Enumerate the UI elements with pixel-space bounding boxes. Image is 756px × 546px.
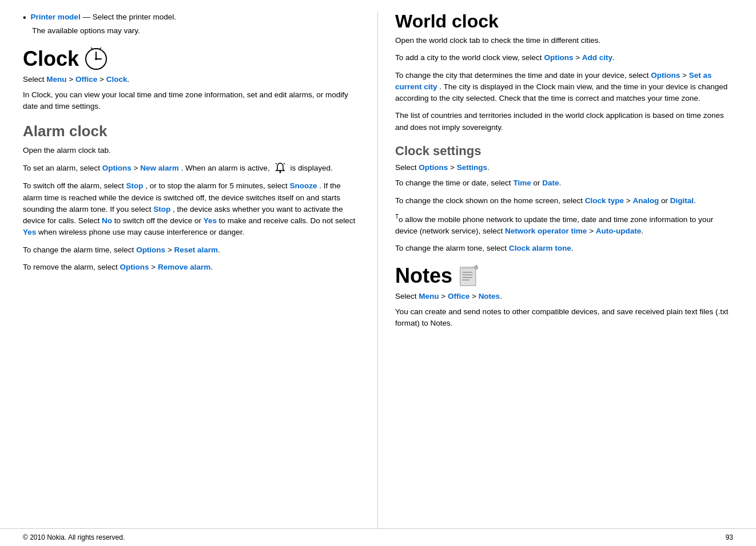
change-alarm-pre: To change the alarm time, select [23,246,134,254]
set-alarm-options: Options [102,164,132,172]
printer-model-suffix: — Select the printer model. [81,13,176,21]
change-city-pre: To change the city that determines the t… [395,71,649,80]
available-options-text: The available options may vary. [32,25,360,37]
set-alarm-post2: is displayed. [290,164,332,172]
remove-alarm-pre: To remove the alarm, select [23,263,118,271]
printer-model-link: Printer model [31,13,81,21]
switch-off-yes1: Yes [204,216,217,225]
remove-alarm-text: To remove the alarm, select Options > Re… [23,262,360,273]
network-operator: Network operator time [505,227,587,235]
notes-path: Select Menu > Office > Notes. [395,292,733,300]
page-content: • Printer model — Select the printer mod… [0,0,756,528]
alarm-clock-title: Alarm clock [23,122,360,140]
notes-gt1: > [441,292,448,300]
clock-title-text: Clock [23,48,79,70]
switch-off-mid5: to make and receive calls. Do not select [219,216,356,225]
clock-path-gt1: > [69,75,73,84]
notes-path-select: Select [395,292,417,300]
allow-network-text: To allow the mobile phone network to upd… [395,212,733,237]
notes-path-office: Office [448,292,469,300]
printer-bullet: • Printer model — Select the printer mod… [23,11,360,23]
add-city-add: Add city [582,53,612,62]
right-column: World clock Open the world clock tab to … [378,11,756,528]
change-alarm-gt: > [168,246,174,254]
remove-alarm-options: Options [120,263,149,271]
change-clock-pre: To change the clock shown on the home sc… [395,196,583,205]
svg-line-9 [276,163,277,164]
notes-section: Notes Select Menu > Office > [395,264,733,329]
switch-off-stop1: Stop [126,181,144,190]
notes-title: Notes [395,264,733,287]
clock-settings-section: Clock settings Select Options > Settings… [395,144,733,254]
notes-title-text: Notes [395,264,452,287]
world-clock-list: The list of countries and territories in… [395,110,733,133]
svg-line-10 [284,163,285,164]
change-time-text: To change the time or date, select Time … [395,177,733,189]
change-clock-digital: Digital [670,196,694,205]
world-clock-open: Open the world clock tab to check the ti… [395,35,733,46]
clock-path-office: Office [75,75,97,84]
add-city-options: Options [544,53,573,62]
settings-settings: Settings [457,163,487,172]
footer: © 2010 Nokia. All rights reserved. 93 [0,528,756,546]
change-clock-text: To change the clock shown on the home sc… [395,195,733,207]
world-clock-title: World clock [395,11,733,31]
change-clock-type: Clock type [585,196,624,205]
change-clock-or: or [661,196,670,205]
printer-bullet-text: Printer model — Select the printer model… [31,11,176,23]
world-clock-section: World clock Open the world clock tab to … [395,11,733,133]
notes-icon [458,265,480,287]
change-time-or: or [533,179,542,187]
left-column: • Printer model — Select the printer mod… [0,11,378,528]
svg-line-4 [91,48,93,49]
svg-line-5 [100,48,101,49]
change-alarm-text: To change the alarm time, select Options… [23,244,360,256]
change-alarm-options: Options [136,246,165,254]
change-city-options: Options [651,71,680,80]
clock-path: Select Menu > Office > Clock. [23,75,360,84]
remove-alarm-gt: > [151,263,158,271]
change-time-time: Time [513,179,531,187]
clock-path-clock: Clock [106,75,128,84]
change-clock-gt: > [626,196,633,205]
alarm-clock-open: Open the alarm clock tab. [23,145,360,156]
svg-point-8 [279,172,281,173]
switch-off-no: No [102,216,112,225]
clock-path-select: Select [23,75,45,84]
clock-path-gt2: > [100,75,104,84]
copyright-text: © 2010 Nokia. All rights reserved. [23,533,125,541]
alarm-active-icon [274,162,287,175]
switch-off-mid1: , or to stop the alarm for 5 minutes, se… [145,181,289,190]
svg-point-3 [95,58,97,60]
remove-alarm-remove: Remove alarm [158,263,210,271]
clock-title: Clock [23,48,360,70]
notes-description: You can create and send notes to other c… [395,306,733,330]
add-city-gt: > [575,53,582,62]
network-gt: > [589,227,596,235]
set-alarm-new: New alarm [140,164,179,172]
clock-section: Clock Select Menu > Office > Clock. In C… [23,48,360,113]
clock-settings-title: Clock settings [395,144,733,159]
notes-gt2: > [472,292,479,300]
clock-path-menu: Menu [46,75,66,84]
bullet-dot: • [23,13,26,23]
page-number: 93 [726,533,733,541]
switch-off-text: To switch off the alarm, select Stop , o… [23,180,360,238]
svg-rect-11 [460,267,476,286]
printer-section: • Printer model — Select the printer mod… [23,11,360,37]
set-alarm-gt: > [134,164,141,172]
change-time-date: Date [542,179,559,187]
change-alarm-reset: Reset alarm [174,246,218,254]
settings-select-pre: Select [395,163,417,172]
change-tone-tone: Clock alarm tone [509,244,571,252]
svg-rect-12 [462,267,474,269]
switch-off-snooze: Snooze [289,181,317,190]
clock-settings-path: Select Options > Settings. [395,163,733,172]
clock-icon [85,48,108,70]
switch-off-pre: To switch off the alarm, select [23,181,126,190]
clock-description: In Clock, you can view your local time a… [23,89,360,113]
change-city-gt: > [682,71,689,80]
alarm-clock-section: Alarm clock Open the alarm clock tab. To… [23,122,360,273]
change-clock-analog: Analog [632,196,659,205]
switch-off-stop2: Stop [153,205,170,213]
